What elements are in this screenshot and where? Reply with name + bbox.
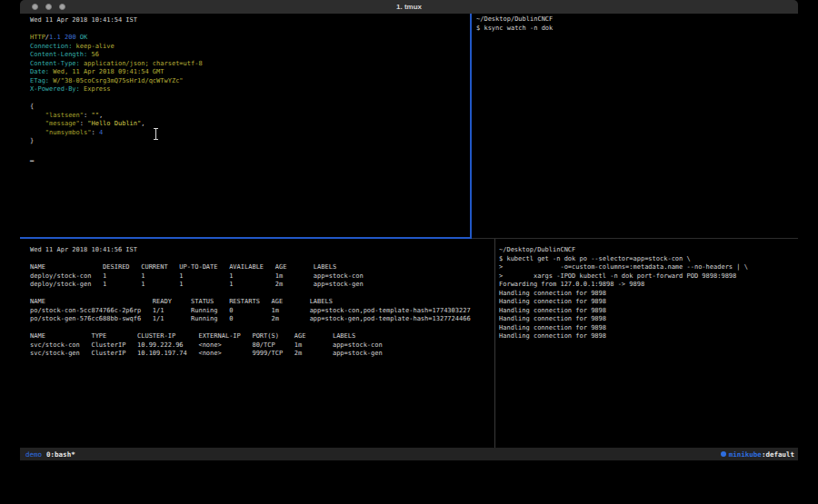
pane-ksync-watch[interactable]: ~/Desktop/DublinCNCF$ ksync watch -n dok <box>472 14 798 238</box>
terminal-line: "numsymbols": 4 <box>30 129 470 138</box>
terminal-line: > xargs -IPOD kubectl -n dok port-forwar… <box>499 272 798 282</box>
terminal-line: Content-Length: 56 <box>30 51 470 60</box>
kube-namespace: :default <box>762 450 794 459</box>
terminal-line: Wed 11 Apr 2018 10:41:54 IST <box>30 16 470 25</box>
terminal-line: Handling connection for 9898 <box>499 324 798 333</box>
terminal-line: po/stock-con-5cc874766c-2p6rp 1/1 Runnin… <box>30 307 494 316</box>
session-name: demo <box>25 450 42 459</box>
terminal-line <box>30 255 494 264</box>
pane-http-response[interactable]: Wed 11 Apr 2018 10:41:54 IST HTTP/1.1 20… <box>20 14 470 237</box>
terminal-line: NAME READY STATUS RESTARTS AGE LABELS <box>30 298 494 307</box>
terminal-line: ▁ <box>30 154 470 163</box>
terminal-line: NAME DESIRED CURRENT UP-TO-DATE AVAILABL… <box>30 263 494 272</box>
terminal-line <box>30 324 494 333</box>
terminal-line: Date: Wed, 11 Apr 2018 09:41:54 GMT <box>30 68 470 77</box>
terminal-line: NAME TYPE CLUSTER-IP EXTERNAL-IP PORT(S)… <box>30 332 494 341</box>
terminal-line: > -o=custom-columns=:metadata.name --no-… <box>499 263 798 272</box>
terminal-line: svc/stock-con ClusterIP 10.99.222.96 <no… <box>30 341 494 351</box>
mouse-ibeam-cursor <box>153 128 159 140</box>
terminal-line: Handling connection for 9898 <box>499 315 798 324</box>
pane-divider-vertical-bottom[interactable] <box>494 239 495 448</box>
kubernetes-helm-icon <box>721 451 726 457</box>
terminal-line: Handling connection for 9898 <box>499 290 798 299</box>
terminal-line: "message": "Hello Dublin", <box>30 120 470 129</box>
terminal-line: HTTP/1.1 200 OK <box>30 34 470 43</box>
terminal-line: $ ksync watch -n dok <box>476 25 798 34</box>
tmux-terminal: Wed 11 Apr 2018 10:41:54 IST HTTP/1.1 20… <box>20 14 798 448</box>
terminal-line: { <box>30 103 470 112</box>
terminal-line: Content-Type: application/json; charset=… <box>30 60 470 69</box>
terminal-line: po/stock-gen-576cc688bb-swqf6 1/1 Runnin… <box>30 315 494 324</box>
terminal-line: Handling connection for 9898 <box>499 332 798 341</box>
terminal-line: deploy/stock-gen 1 1 1 1 2m app=stock-ge… <box>30 281 494 290</box>
terminal-line: ~/Desktop/DublinCNCF <box>499 246 798 255</box>
tmux-statusbar: demo 0:bash* minikube :default <box>20 448 798 460</box>
terminal-line <box>30 94 470 104</box>
terminal-line: Connection: keep-alive <box>30 43 470 52</box>
terminal-line: deploy/stock-con 1 1 1 1 1m app=stock-co… <box>30 272 494 282</box>
statusbar-left: demo 0:bash* <box>25 450 75 459</box>
terminal-line <box>30 25 470 35</box>
statusbar-right: minikube :default <box>721 450 794 459</box>
window-tab-bash[interactable]: 0:bash* <box>46 450 75 459</box>
terminal-window: 1. tmux Wed 11 Apr 2018 10:41:54 IST HTT… <box>20 0 798 460</box>
terminal-line: ETag: W/"38-05coCsrg3mQ75sHr1d/qcWTwYZc" <box>30 77 470 86</box>
terminal-line: $ kubectl get -n dok po --selector=app=s… <box>499 255 798 264</box>
pane-divider-horizontal-active[interactable] <box>20 237 472 239</box>
terminal-line: Handling connection for 9898 <box>499 307 798 316</box>
kube-context: minikube <box>729 450 762 459</box>
window-titlebar[interactable]: 1. tmux <box>20 0 798 15</box>
terminal-line: Forwarding from 127.0.0.1:9898 -> 9898 <box>499 281 798 290</box>
terminal-line: ~/Desktop/DublinCNCF <box>476 15 798 25</box>
terminal-line: svc/stock-gen ClusterIP 10.109.197.74 <n… <box>30 350 494 359</box>
terminal-line: X-Powered-By: Express <box>30 85 470 94</box>
terminal-line <box>30 290 494 299</box>
pane-divider-vertical-active[interactable] <box>470 14 472 239</box>
terminal-line: Wed 11 Apr 2018 10:41:56 IST <box>30 246 494 255</box>
pane-port-forward[interactable]: ~/Desktop/DublinCNCF$ kubectl get -n dok… <box>495 239 798 448</box>
terminal-line: } <box>30 137 470 146</box>
terminal-line: "lastseen": "", <box>30 112 470 121</box>
terminal-line: Handling connection for 9898 <box>499 298 798 307</box>
terminal-line <box>30 146 470 155</box>
window-title: 1. tmux <box>20 3 798 11</box>
pane-kubectl-get[interactable]: Wed 11 Apr 2018 10:41:56 IST NAME DESIRE… <box>20 239 494 448</box>
pane-divider-horizontal-right[interactable] <box>472 238 798 239</box>
